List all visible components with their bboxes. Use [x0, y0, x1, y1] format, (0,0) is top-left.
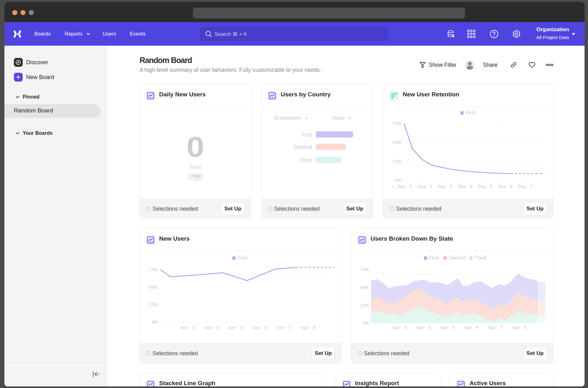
svg-text:Apr 3: Apr 3 — [392, 325, 407, 331]
svg-text:25%: 25% — [149, 302, 158, 308]
svg-text:0%: 0% — [363, 321, 369, 326]
svg-text:Apr 5: Apr 5 — [228, 325, 243, 331]
svg-text:0%: 0% — [395, 178, 401, 184]
svg-text:Apr 8: Apr 8 — [512, 325, 527, 331]
svg-text:First: First — [429, 255, 439, 260]
svg-text:Apr 4: Apr 4 — [205, 325, 219, 331]
svg-text:Day 7: Day 7 — [518, 184, 533, 190]
svg-text:50%: 50% — [360, 285, 369, 291]
svg-text:Day 4: Day 4 — [458, 184, 473, 190]
svg-text:Day 2: Day 2 — [418, 184, 432, 190]
svg-text:50%: 50% — [392, 140, 401, 146]
svg-text:75%: 75% — [149, 267, 158, 273]
svg-text:50%: 50% — [149, 285, 158, 290]
svg-text:Second: Second — [449, 255, 466, 260]
svg-text:Apr 8: Apr 8 — [301, 325, 316, 331]
svg-text:25%: 25% — [360, 303, 369, 309]
svg-text:25%: 25% — [392, 159, 401, 165]
svg-text:Apr 4: Apr 4 — [416, 325, 431, 331]
svg-text:Apr 6: Apr 6 — [464, 325, 479, 331]
svg-text:Day 5: Day 5 — [478, 184, 493, 190]
svg-text:Third: Third — [475, 255, 486, 260]
svg-text:Apr 5: Apr 5 — [440, 325, 455, 331]
svg-text:Apr 7: Apr 7 — [488, 325, 503, 331]
svg-text:First: First — [238, 255, 248, 260]
svg-text:Apr 7: Apr 7 — [277, 325, 291, 331]
svg-text:75%: 75% — [392, 121, 401, 127]
svg-text:Apr 6: Apr 6 — [253, 325, 268, 331]
svg-text:Apr 3: Apr 3 — [181, 325, 195, 331]
svg-text:Day 3: Day 3 — [438, 184, 453, 190]
svg-text:Day 6: Day 6 — [498, 184, 513, 190]
svg-text:First: First — [466, 110, 476, 115]
svg-text:< Day 1: < Day 1 — [391, 184, 412, 190]
svg-text:0%: 0% — [152, 320, 158, 325]
svg-text:75%: 75% — [360, 267, 369, 273]
